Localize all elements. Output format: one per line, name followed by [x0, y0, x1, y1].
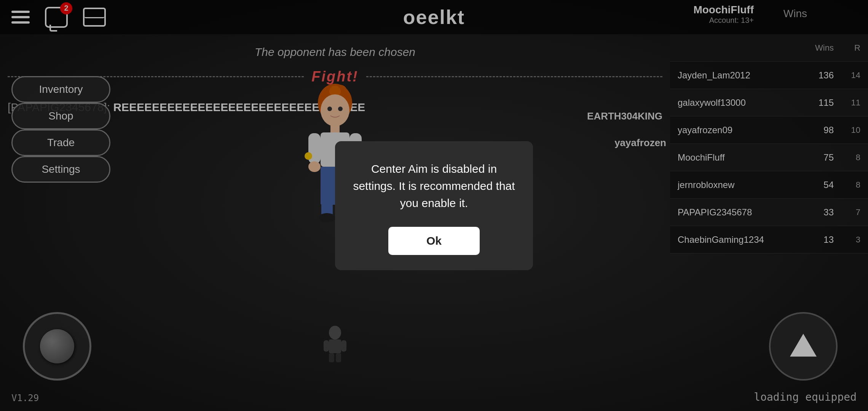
modal-box: Center Aim is disabled in settings. It i… — [335, 141, 533, 270]
modal-ok-button[interactable]: Ok — [388, 227, 480, 255]
modal-message: Center Aim is disabled in settings. It i… — [350, 160, 518, 212]
modal-overlay: Center Aim is disabled in settings. It i… — [0, 0, 868, 411]
